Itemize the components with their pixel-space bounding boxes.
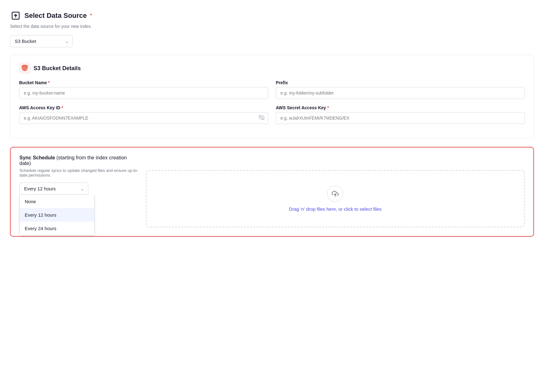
sync-layout: Sync Schedule (starting from the index c… — [19, 155, 525, 227]
prefix-field: Prefix — [276, 80, 525, 99]
sync-subtitle: Schedule regular syncs to update changed… — [19, 168, 138, 178]
sync-option-none[interactable]: None — [20, 195, 94, 208]
upload-area[interactable]: Drag 'n' drop files here, or click to se… — [146, 170, 525, 227]
sync-select-display[interactable]: Every 12 hours ⌄ — [19, 183, 88, 195]
source-dropdown-wrapper: S3 Bucket Google Drive Dropbox Local Fil… — [10, 35, 73, 47]
secret-key-required: * — [327, 105, 329, 110]
bucket-name-label: Bucket Name * — [19, 80, 268, 85]
data-source-icon — [10, 10, 21, 21]
prefix-label: Prefix — [276, 80, 525, 85]
card-header: S3 Bucket Details — [19, 63, 525, 74]
secret-key-input[interactable] — [276, 112, 525, 124]
source-select[interactable]: S3 Bucket Google Drive Dropbox Local Fil… — [10, 35, 73, 47]
sync-selected-value: Every 12 hours — [24, 186, 56, 191]
access-key-required: * — [62, 105, 63, 110]
upload-text: Drag 'n' drop files here, or click to se… — [289, 206, 382, 212]
access-key-wrapper — [19, 112, 268, 124]
bucket-name-input[interactable] — [19, 87, 268, 99]
sync-option-12h[interactable]: Every 12 hours — [20, 208, 94, 222]
secret-key-label: AWS Secret Access Key * — [276, 105, 525, 110]
prefix-input[interactable] — [276, 87, 525, 99]
sync-left-col: Sync Schedule (starting from the index c… — [19, 155, 138, 195]
sync-schedule-section: Sync Schedule (starting from the index c… — [10, 147, 534, 237]
bucket-name-field: Bucket Name * — [19, 80, 268, 99]
bucket-name-required: * — [48, 80, 50, 85]
form-row-1: Bucket Name * Prefix — [19, 80, 525, 99]
section-header: Select Data Source * — [10, 10, 534, 21]
sync-dropdown-menu: None Every 12 hours Every 24 hours — [19, 195, 95, 235]
access-key-input[interactable] — [19, 112, 268, 124]
sync-chevron-icon: ⌄ — [80, 186, 84, 191]
card-title: S3 Bucket Details — [33, 65, 81, 72]
secret-key-field: AWS Secret Access Key * — [276, 105, 525, 124]
required-indicator: * — [90, 13, 92, 19]
upload-circle-icon — [327, 186, 343, 202]
page-title: Select Data Source — [24, 12, 87, 20]
access-key-field: AWS Access Key ID * — [19, 105, 268, 124]
sync-option-24h[interactable]: Every 24 hours — [20, 222, 94, 235]
page-subtitle: Select the data source for your new inde… — [10, 24, 534, 29]
form-row-2: AWS Access Key ID * AWS S — [19, 105, 525, 124]
svg-point-4 — [22, 65, 28, 67]
sync-right-col: Drag 'n' drop files here, or click to se… — [146, 155, 525, 227]
s3-bucket-details-card: S3 Bucket Details Bucket Name * Prefix A… — [10, 55, 534, 138]
sync-title: Sync Schedule (starting from the index c… — [19, 155, 138, 166]
sync-dropdown-wrapper: Every 12 hours ⌄ None Every 12 hours Eve… — [19, 183, 88, 195]
access-key-visibility-icon[interactable] — [259, 115, 264, 121]
access-key-label: AWS Access Key ID * — [19, 105, 268, 110]
s3-bucket-icon — [19, 63, 30, 74]
